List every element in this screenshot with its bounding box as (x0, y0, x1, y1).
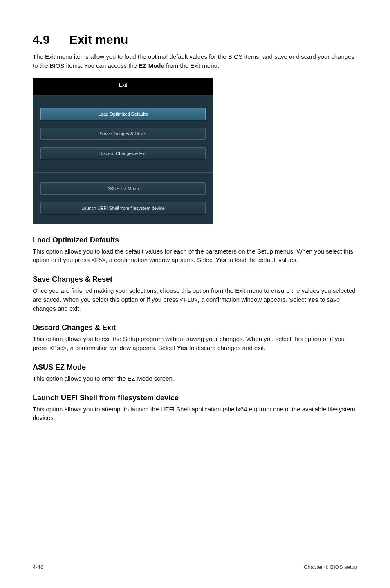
section-number: 4.9 (33, 33, 69, 47)
intro-text-2: from the Exit menu. (164, 62, 219, 69)
exit-menu-header: Exit (33, 78, 213, 96)
heading-uefi-shell: Launch UEFI Shell from filesystem device (33, 394, 357, 402)
menu-item-ez-mode[interactable]: ASUS EZ Mode (40, 182, 206, 195)
heading-ez-mode: ASUS EZ Mode (33, 363, 357, 372)
section-title: Exit menu (69, 33, 128, 46)
para-uefi-shell: This option allows you to attempt to lau… (33, 405, 357, 423)
heading-load-defaults: Load Optimized Defaults (33, 236, 357, 245)
save-bold: Yes (308, 296, 318, 303)
discard-text-2: to discard changes and exit. (188, 344, 266, 351)
load-bold: Yes (216, 256, 226, 263)
discard-bold: Yes (177, 344, 188, 351)
intro-bold: EZ Mode (139, 62, 164, 69)
heading-save-reset: Save Changes & Reset (33, 275, 357, 284)
page-heading: 4.9Exit menu (33, 33, 357, 47)
load-text-2: to load the default values. (226, 256, 298, 263)
page-footer: 4-48 Chapter 4: BIOS setup (33, 561, 357, 570)
exit-menu-body: Load Optimized Defaults Save Changes & R… (33, 96, 213, 224)
menu-item-discard-exit[interactable]: Discard Changes & Exit (40, 147, 206, 159)
para-discard-exit: This option allows you to exit the Setup… (33, 334, 357, 352)
menu-item-load-defaults[interactable]: Load Optimized Defaults (40, 108, 206, 120)
save-text-1: Once you are finished making your select… (33, 287, 356, 303)
exit-menu-screenshot: Exit Load Optimized Defaults Save Change… (33, 78, 213, 224)
para-load-defaults: This option allows you to load the defau… (33, 247, 357, 265)
footer-chapter: Chapter 4: BIOS setup (304, 564, 357, 570)
load-text-1: This option allows you to load the defau… (33, 248, 353, 264)
para-ez-mode: This option allows you to enter the EZ M… (33, 374, 357, 383)
intro-paragraph: The Exit menu items allow you to load th… (33, 52, 357, 70)
menu-group-2: ASUS EZ Mode Launch UEFI Shell from file… (40, 173, 206, 214)
heading-discard-exit: Discard Changes & Exit (33, 323, 357, 332)
para-save-reset: Once you are finished making your select… (33, 286, 357, 313)
menu-item-save-reset[interactable]: Save Changes & Reset (40, 128, 206, 140)
menu-item-uefi-shell[interactable]: Launch UEFI Shell from filesystem device (40, 202, 206, 214)
footer-page-number: 4-48 (33, 564, 43, 570)
